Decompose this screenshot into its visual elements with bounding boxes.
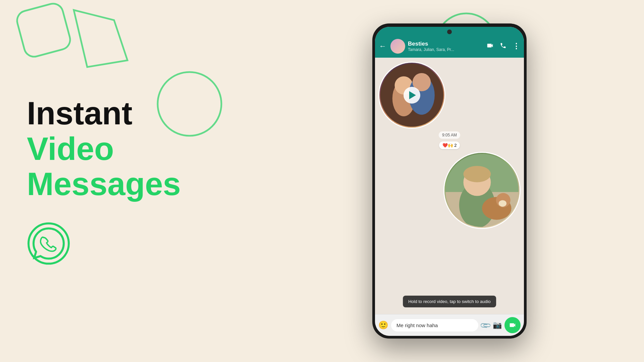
outgoing-video-circle[interactable] (443, 152, 521, 229)
input-bar: 🙂 📎 📷 (375, 314, 524, 336)
video-record-button[interactable] (504, 317, 521, 333)
whatsapp-logo (27, 222, 181, 266)
video-tooltip: Hold to record video, tap to switch to a… (403, 296, 496, 307)
camera-button[interactable]: 📷 (493, 321, 502, 329)
svg-point-21 (499, 200, 506, 206)
phone-icon[interactable] (500, 42, 506, 51)
svg-rect-0 (15, 1, 72, 59)
back-button[interactable]: ← (378, 42, 388, 51)
header-icons: ⋮ (486, 42, 520, 51)
phone-frame: ← Besties Tamara, Julian, Sara, Pr... ⋮ (372, 23, 527, 339)
group-avatar (390, 39, 405, 54)
chat-name: Besties (408, 41, 484, 47)
mute-icon: 🔇 (382, 121, 386, 125)
video-call-icon[interactable] (486, 42, 494, 51)
reaction-badge[interactable]: ❤️🙌 2 (439, 141, 460, 149)
svg-point-18 (463, 166, 491, 182)
phone-mockup: ← Besties Tamara, Julian, Sara, Pr... ⋮ (372, 23, 527, 339)
timestamp: 9:05 AM (439, 131, 460, 139)
incoming-video-message[interactable]: 🔇 0:12 (378, 62, 445, 129)
headline-line2: Video (27, 131, 181, 166)
video-duration: 🔇 0:12 (382, 121, 394, 125)
message-input[interactable] (391, 319, 478, 331)
emoji-button[interactable]: 🙂 (378, 320, 388, 330)
play-button[interactable] (404, 87, 420, 104)
attach-button[interactable]: 📎 (479, 319, 492, 331)
chat-members: Tamara, Julian, Sara, Pr... (408, 47, 484, 52)
headline-line1: Instant (27, 96, 181, 131)
more-icon[interactable]: ⋮ (513, 42, 520, 51)
camera-notch (447, 29, 452, 34)
outgoing-video-message[interactable] (443, 152, 521, 229)
headline-line3: Messages (27, 166, 181, 202)
hero-text: Instant Video Messages (27, 96, 181, 267)
chat-body: 🔇 0:12 9:05 AM ❤️🙌 2 (375, 58, 524, 314)
phone-screen: ← Besties Tamara, Julian, Sara, Pr... ⋮ (375, 27, 524, 336)
incoming-video-circle[interactable]: 🔇 0:12 (378, 62, 445, 129)
header-info: Besties Tamara, Julian, Sara, Pr... (408, 41, 484, 52)
